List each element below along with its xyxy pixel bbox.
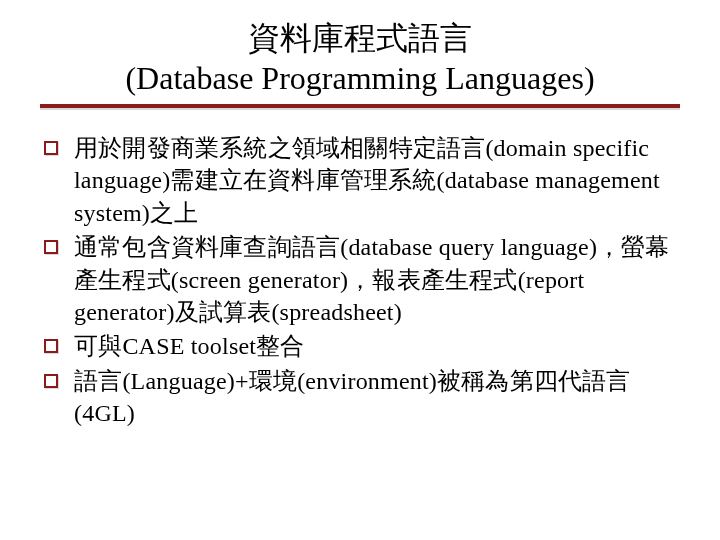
list-item: 可與CASE toolset整合	[44, 330, 680, 362]
list-item: 通常包含資料庫查詢語言(database query language)，螢幕產…	[44, 231, 680, 328]
bullet-text: 語言(Language)+環境(environment)被稱為第四代語言(4GL…	[74, 365, 680, 430]
square-bullet-icon	[44, 374, 58, 388]
slide-title: 資料庫程式語言 (Database Programming Languages)	[40, 18, 680, 98]
title-line-1: 資料庫程式語言	[40, 18, 680, 58]
title-underline	[40, 104, 680, 108]
bullet-list: 用於開發商業系統之領域相關特定語言(domain specific langua…	[40, 132, 680, 430]
square-bullet-icon	[44, 339, 58, 353]
list-item: 用於開發商業系統之領域相關特定語言(domain specific langua…	[44, 132, 680, 229]
title-line-2: (Database Programming Languages)	[40, 58, 680, 98]
bullet-text: 通常包含資料庫查詢語言(database query language)，螢幕產…	[74, 231, 680, 328]
bullet-text: 用於開發商業系統之領域相關特定語言(domain specific langua…	[74, 132, 680, 229]
square-bullet-icon	[44, 240, 58, 254]
bullet-text: 可與CASE toolset整合	[74, 330, 680, 362]
square-bullet-icon	[44, 141, 58, 155]
list-item: 語言(Language)+環境(environment)被稱為第四代語言(4GL…	[44, 365, 680, 430]
